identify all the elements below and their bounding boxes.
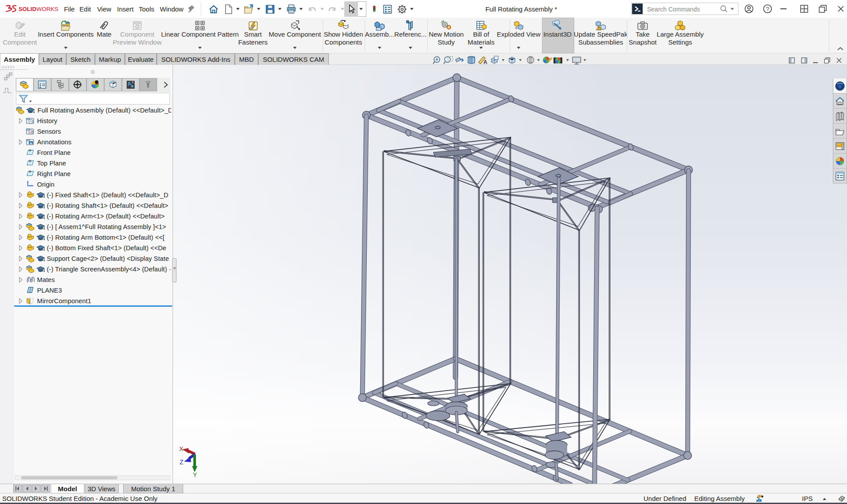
svg-text:A: A (30, 141, 32, 145)
svg-text:X: X (179, 445, 184, 452)
svg-text:SOLIDWORKS: SOLIDWORKS (19, 6, 58, 12)
svg-text:!: ! (759, 495, 760, 498)
svg-text:Y: Y (193, 471, 197, 478)
svg-text:Z: Z (180, 459, 184, 466)
svg-text:?: ? (766, 6, 769, 12)
svg-text:A: A (483, 59, 487, 65)
svg-text:!: ! (598, 26, 599, 30)
